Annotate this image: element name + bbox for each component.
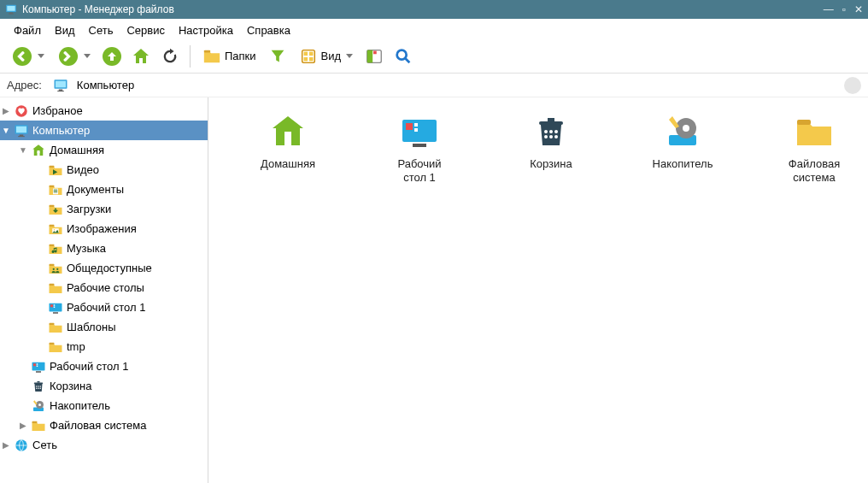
tree-filesystem[interactable]: ▶Файловая система [0, 415, 208, 435]
go-button[interactable] [844, 77, 861, 94]
tree-desktop1[interactable]: Рабочий стол 1 [0, 297, 208, 317]
folder-icon [31, 418, 46, 433]
item-label: Корзина [530, 157, 572, 171]
desktop-icon [48, 300, 63, 315]
window-title: Компьютер - Менеджер файлов [22, 3, 815, 15]
tree-desktop1-top[interactable]: Рабочий стол 1 [0, 356, 208, 376]
menu-settings[interactable]: Настройка [172, 22, 240, 38]
tree-label: Рабочий стол 1 [67, 301, 145, 314]
nav-home-button[interactable] [128, 44, 154, 69]
tree-label: Накопитель [50, 399, 110, 412]
nav-up-button[interactable] [99, 44, 125, 69]
maximize-button[interactable]: ▫ [842, 3, 846, 15]
expand-icon[interactable]: ▶ [17, 420, 29, 432]
item-label: Файловаясистема [789, 157, 840, 185]
nav-back-button[interactable] [7, 44, 50, 69]
menu-file[interactable]: Файл [7, 22, 48, 38]
tree-label: Музыка [67, 242, 106, 255]
folders-panel-button[interactable]: Папки [197, 44, 261, 69]
menu-service[interactable]: Сервис [120, 22, 172, 38]
desktop-icon [394, 111, 445, 152]
minimize-button[interactable]: — [824, 3, 834, 15]
desktop-icon [31, 359, 46, 374]
close-button[interactable]: ✕ [854, 3, 863, 15]
tree-music[interactable]: Музыка [0, 239, 208, 258]
menubar: Файл Вид Сеть Сервис Настройка Справка [0, 19, 868, 39]
menu-help[interactable]: Справка [240, 22, 297, 38]
home-icon [31, 143, 46, 158]
tree-label: Загрузки [67, 203, 111, 215]
tree-label: Рабочие столы [67, 281, 144, 294]
tree-label: Компьютер [32, 124, 90, 137]
item-storage[interactable]: Накопитель [636, 108, 730, 185]
home-icon [262, 111, 314, 152]
documents-folder-icon [48, 182, 63, 197]
item-label: Домашняя [261, 157, 315, 171]
tree-downloads[interactable]: Загрузки [0, 199, 208, 219]
tree-label: Файловая система [50, 419, 146, 432]
search-button[interactable] [390, 44, 416, 69]
tree-home[interactable]: ▼Домашняя [0, 140, 208, 160]
expand-icon[interactable]: ▶ [0, 439, 12, 451]
nav-forward-button[interactable] [53, 44, 96, 69]
separator [190, 45, 191, 68]
chevron-down-icon [38, 54, 44, 58]
tree-pictures[interactable]: Изображения [0, 219, 208, 239]
content-panel[interactable]: Домашняя Рабочийстол 1 Корзина Накопител… [208, 97, 868, 483]
storage-icon [31, 398, 46, 414]
tree-label: Домашняя [50, 144, 104, 156]
item-filesystem[interactable]: Файловаясистема [767, 108, 861, 185]
address-label: Адрес: [7, 79, 42, 91]
folder-icon [48, 339, 63, 355]
tree-tmp[interactable]: tmp [0, 337, 208, 356]
tree-trash[interactable]: Корзина [0, 376, 208, 396]
tree-documents[interactable]: Документы [0, 180, 208, 199]
item-trash[interactable]: Корзина [504, 108, 598, 185]
collapse-icon[interactable]: ▼ [17, 144, 29, 156]
address-bar: Адрес: Компьютер [0, 74, 868, 97]
reload-button[interactable] [157, 44, 183, 69]
tree-label: tmp [67, 340, 85, 353]
storage-icon [657, 111, 708, 152]
menu-network[interactable]: Сеть [82, 22, 120, 38]
tree-favorites[interactable]: ▶Избраное [0, 101, 208, 121]
filter-button[interactable] [265, 44, 290, 69]
titlebar: Компьютер - Менеджер файлов — ▫ ✕ [0, 0, 868, 19]
tree-label: Избраное [32, 104, 83, 117]
view-mode-button[interactable]: Вид [294, 44, 359, 69]
tree-label: Рабочий стол 1 [50, 360, 128, 373]
tree-label: Видео [67, 163, 99, 176]
network-icon [14, 438, 29, 453]
item-desktop1[interactable]: Рабочийстол 1 [372, 108, 466, 185]
expand-icon[interactable]: ▶ [0, 105, 12, 117]
tree-label: Изображения [67, 222, 137, 235]
tree-network[interactable]: ▶Сеть [0, 435, 208, 455]
trash-icon [31, 379, 46, 394]
chevron-down-icon [346, 54, 353, 58]
downloads-folder-icon [48, 202, 63, 217]
tree-computer[interactable]: ▼Компьютер [0, 121, 208, 140]
tree-templates[interactable]: Шаблоны [0, 317, 208, 337]
view-label: Вид [321, 50, 342, 62]
folder-icon [48, 320, 63, 335]
address-field[interactable]: Компьютер [47, 76, 837, 95]
tree-video[interactable]: Видео [0, 160, 208, 180]
tree-desktops[interactable]: Рабочие столы [0, 278, 208, 297]
tree-panel[interactable]: ▶Избраное ▼Компьютер ▼Домашняя Видео Док… [0, 97, 208, 483]
tree-public[interactable]: Общедоступные [0, 258, 208, 278]
music-folder-icon [48, 241, 63, 256]
pictures-folder-icon [48, 221, 63, 237]
folder-icon [48, 280, 63, 296]
address-value: Компьютер [77, 79, 134, 91]
computer-icon [53, 78, 68, 93]
item-home[interactable]: Домашняя [241, 108, 335, 185]
heart-icon [14, 103, 29, 119]
sidepanel-button[interactable] [361, 44, 387, 69]
tree-storage[interactable]: Накопитель [0, 396, 208, 415]
tree-label: Общедоступные [67, 262, 152, 274]
item-label: Рабочийстол 1 [397, 157, 441, 185]
computer-icon [14, 123, 29, 138]
collapse-icon[interactable]: ▼ [0, 125, 12, 137]
tree-label: Шаблоны [67, 321, 116, 333]
menu-view[interactable]: Вид [48, 22, 82, 38]
